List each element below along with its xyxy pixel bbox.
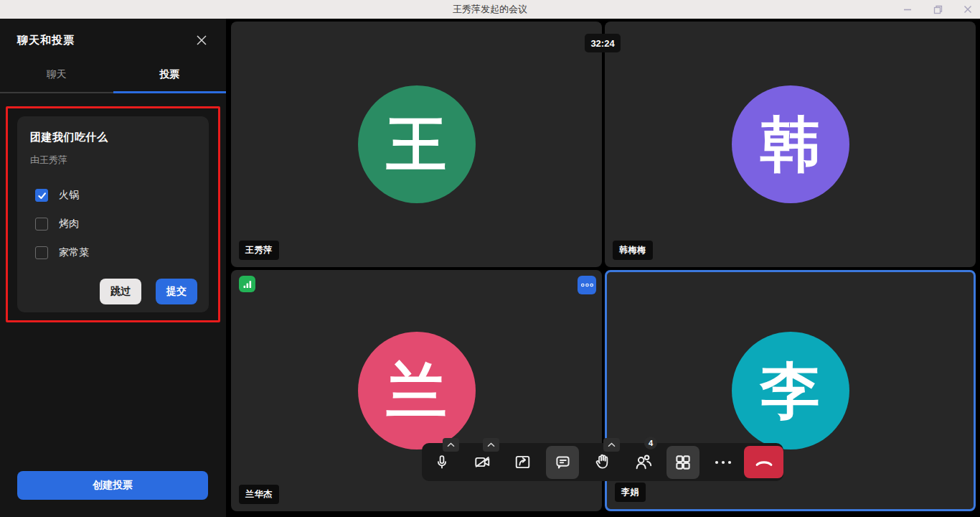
checkbox[interactable] (35, 189, 48, 202)
camera-off-icon (473, 452, 492, 472)
raise-hand-button[interactable] (583, 443, 623, 481)
poll-author: 由王秀萍 (30, 154, 197, 167)
video-tile[interactable]: 韩 韩梅梅 (605, 22, 976, 267)
poll-card: 团建我们吃什么 由王秀萍 火锅 烤肉 家常菜 跳 (17, 116, 209, 312)
avatar-initial: 兰 (387, 360, 447, 421)
tab-chat[interactable]: 聊天 (0, 59, 113, 92)
raise-hand-options-chevron[interactable] (603, 438, 620, 452)
meeting-timer: 32:24 (585, 34, 621, 52)
poll-option-label: 火锅 (59, 189, 79, 202)
avatar-initial: 王 (387, 114, 447, 174)
avatar: 兰 (358, 332, 476, 450)
poll-actions: 跳过 提交 (30, 279, 197, 304)
checkbox[interactable] (35, 246, 48, 259)
window-title: 王秀萍发起的会议 (453, 3, 527, 16)
restore-window-icon[interactable] (931, 3, 944, 16)
participant-name-tag: 王秀萍 (239, 241, 279, 260)
participant-name-tag: 李娟 (615, 483, 646, 502)
end-call-icon (753, 455, 775, 470)
panel-tabs: 聊天 投票 (0, 59, 226, 93)
check-icon (37, 191, 47, 200)
submit-button[interactable]: 提交 (156, 279, 197, 304)
avatar-initial: 李 (760, 360, 821, 421)
poll-option-row[interactable]: 家常菜 (30, 238, 197, 267)
layout-grid-button[interactable] (663, 443, 703, 481)
microphone-button[interactable] (422, 443, 462, 481)
layout-grid-icon (673, 452, 693, 472)
video-grid: 王 王秀萍 韩 韩梅梅 兰 (226, 19, 980, 517)
create-poll-button[interactable]: 创建投票 (17, 471, 208, 500)
chat-icon (553, 452, 573, 472)
end-call-button[interactable] (744, 446, 783, 478)
poll-option-label: 家常菜 (59, 246, 89, 259)
chat-button[interactable] (542, 443, 583, 481)
video-tile[interactable]: 王 王秀萍 (231, 22, 602, 267)
camera-button[interactable] (462, 443, 502, 481)
bar-chart-icon[interactable] (239, 276, 255, 292)
more-icon (714, 460, 732, 465)
window-controls (901, 0, 974, 19)
participants-button[interactable]: 4 (623, 443, 663, 481)
camera-options-chevron[interactable] (483, 438, 499, 452)
meeting-toolbar: 4 (422, 443, 783, 481)
participant-name-tag: 韩梅梅 (613, 241, 653, 260)
more-button[interactable] (703, 443, 743, 481)
checkbox[interactable] (35, 218, 48, 230)
panel-header: 聊天和投票 (0, 19, 226, 59)
close-window-icon[interactable] (961, 3, 974, 16)
microphone-options-chevron[interactable] (443, 438, 459, 452)
poll-option-row[interactable]: 烤肉 (30, 210, 197, 238)
avatar: 王 (358, 85, 476, 203)
microphone-icon (433, 453, 451, 472)
minimize-icon[interactable] (901, 3, 914, 16)
avatar: 李 (732, 332, 849, 450)
three-dots-icon[interactable] (578, 276, 596, 294)
skip-button[interactable]: 跳过 (100, 279, 141, 304)
chat-poll-panel: 聊天和投票 聊天 投票 团建我们吃什么 由王秀萍 火锅 (0, 19, 226, 517)
poll-title: 团建我们吃什么 (30, 131, 197, 144)
tab-poll[interactable]: 投票 (113, 59, 227, 92)
share-screen-icon (513, 452, 532, 472)
close-panel-icon[interactable] (194, 33, 209, 47)
avatar: 韩 (732, 85, 849, 203)
share-screen-button[interactable] (502, 443, 542, 481)
participants-count-badge: 4 (644, 437, 657, 450)
participants-icon (633, 452, 653, 472)
poll-option-row[interactable]: 火锅 (30, 181, 197, 210)
poll-option-label: 烤肉 (59, 218, 79, 230)
raise-hand-icon (593, 452, 613, 472)
meeting-app: 王秀萍发起的会议 聊天和投票 (0, 0, 980, 517)
participant-name-tag: 兰华杰 (239, 485, 279, 504)
panel-title: 聊天和投票 (17, 34, 75, 47)
window-titlebar: 王秀萍发起的会议 (0, 0, 980, 19)
avatar-initial: 韩 (760, 114, 821, 174)
